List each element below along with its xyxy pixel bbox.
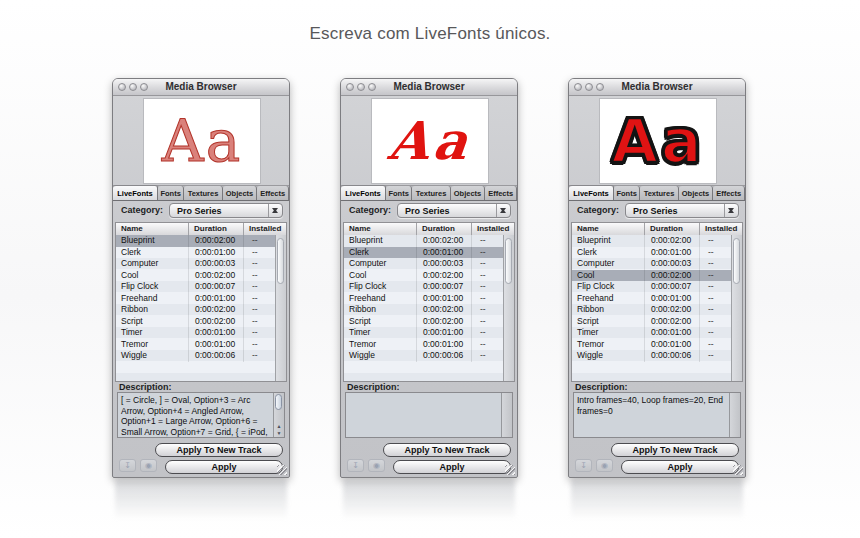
table-row[interactable]: Freehand0:00:01:00-- <box>344 293 503 305</box>
header-installed[interactable]: Installed <box>471 223 514 235</box>
category-dropdown[interactable]: Pro Series <box>169 203 283 218</box>
tab-textures[interactable]: Textures <box>184 186 223 200</box>
import-media-button[interactable]: ↧ <box>119 459 136 472</box>
tab-objects[interactable]: Objects <box>223 186 258 200</box>
table-row[interactable]: Tremor0:00:01:00-- <box>344 339 503 351</box>
apply-button[interactable]: Apply <box>165 460 283 474</box>
header-duration[interactable]: Duration <box>188 223 243 235</box>
import-media-button[interactable]: ↧ <box>347 459 364 472</box>
cell-installed: -- <box>699 270 731 282</box>
resize-grip-icon[interactable] <box>277 465 287 475</box>
apply-button[interactable]: Apply <box>621 460 739 474</box>
apply-to-new-track-button[interactable]: Apply To New Track <box>155 443 283 457</box>
table-row[interactable]: Flip Clock0:00:00:07-- <box>116 281 275 293</box>
cell-installed: -- <box>471 339 503 351</box>
tab-effects[interactable]: Effects <box>485 186 517 200</box>
table-row[interactable]: Ribbon0:00:02:00-- <box>572 304 731 316</box>
list-scroll-thumb[interactable] <box>277 238 284 284</box>
table-row[interactable]: Cool0:00:02:00-- <box>116 270 275 282</box>
resize-grip-icon[interactable] <box>733 465 743 475</box>
description-box[interactable]: ▲ ▼ <box>345 392 513 438</box>
window-titlebar[interactable]: Media Browser <box>341 79 517 96</box>
import-media-button[interactable]: ↧ <box>575 459 592 472</box>
window-titlebar[interactable]: Media Browser <box>569 79 745 96</box>
category-dropdown[interactable]: Pro Series <box>625 203 739 218</box>
header-name[interactable]: Name <box>116 223 188 235</box>
table-row[interactable]: Flip Clock0:00:00:07-- <box>572 281 731 293</box>
header-installed[interactable]: Installed <box>243 223 286 235</box>
header-name[interactable]: Name <box>344 223 416 235</box>
tab-livefonts[interactable]: LiveFonts <box>569 185 614 200</box>
header-installed[interactable]: Installed <box>699 223 742 235</box>
table-row[interactable]: Tremor0:00:01:00-- <box>116 339 275 351</box>
tab-textures[interactable]: Textures <box>412 186 451 200</box>
tab-fonts[interactable]: Fonts <box>386 186 412 200</box>
table-row[interactable]: Blueprint0:00:02:00-- <box>116 235 275 247</box>
tab-livefonts[interactable]: LiveFonts <box>113 185 158 200</box>
table-row[interactable]: Timer0:00:01:00-- <box>344 327 503 339</box>
description-box[interactable]: Intro frames=40, Loop frames=20, End fra… <box>573 392 741 438</box>
header-name[interactable]: Name <box>572 223 644 235</box>
table-row[interactable]: Script0:00:02:00-- <box>572 316 731 328</box>
apply-to-new-track-button[interactable]: Apply To New Track <box>383 443 511 457</box>
apply-to-new-track-button[interactable]: Apply To New Track <box>611 443 739 457</box>
table-row[interactable]: Tremor0:00:01:00-- <box>572 339 731 351</box>
table-row[interactable]: Flip Clock0:00:00:07-- <box>344 281 503 293</box>
description-box[interactable]: [ = Circle, ] = Oval, Option+3 = Arc Arr… <box>117 392 285 438</box>
cell-duration: 0:00:02:00 <box>644 270 699 282</box>
table-row[interactable]: Freehand0:00:01:00-- <box>572 293 731 305</box>
tab-objects[interactable]: Objects <box>451 186 486 200</box>
table-row[interactable]: Clerk0:00:01:00-- <box>572 247 731 259</box>
list-scrollbar[interactable] <box>503 235 514 381</box>
table-row[interactable]: Wiggle0:00:00:06-- <box>116 350 275 362</box>
description-scrollbar[interactable]: ▲ ▼ <box>501 393 512 437</box>
table-row[interactable]: Wiggle0:00:00:06-- <box>572 350 731 362</box>
table-row[interactable]: Ribbon0:00:02:00-- <box>116 304 275 316</box>
table-row[interactable]: Freehand0:00:01:00-- <box>116 293 275 305</box>
category-row: Category: Pro Series <box>569 201 745 221</box>
tab-fonts[interactable]: Fonts <box>614 186 640 200</box>
window-titlebar[interactable]: Media Browser <box>113 79 289 96</box>
description-scroll-arrows[interactable]: ▲ ▼ <box>274 423 284 437</box>
table-row[interactable]: Wiggle0:00:00:06-- <box>344 350 503 362</box>
tab-textures[interactable]: Textures <box>640 186 679 200</box>
description-scrollbar[interactable]: ▲ ▼ <box>273 393 284 437</box>
table-row[interactable]: Ribbon0:00:02:00-- <box>344 304 503 316</box>
resize-grip-icon[interactable] <box>505 465 515 475</box>
apply-button[interactable]: Apply <box>393 460 511 474</box>
table-row[interactable]: Blueprint0:00:02:00-- <box>572 235 731 247</box>
table-row[interactable]: Script0:00:02:00-- <box>344 316 503 328</box>
description-scroll-thumb[interactable] <box>275 394 282 410</box>
table-row[interactable]: Timer0:00:01:00-- <box>572 327 731 339</box>
scroll-down-arrow-icon[interactable]: ▼ <box>274 430 284 437</box>
tab-objects[interactable]: Objects <box>679 186 714 200</box>
table-row[interactable]: Cool0:00:02:00-- <box>344 270 503 282</box>
table-row[interactable]: Computer0:00:00:03-- <box>572 258 731 270</box>
tab-effects[interactable]: Effects <box>257 186 289 200</box>
list-scroll-thumb[interactable] <box>505 238 512 284</box>
table-row[interactable]: Cool0:00:02:00-- <box>572 270 731 282</box>
category-dropdown[interactable]: Pro Series <box>397 203 511 218</box>
list-scrollbar[interactable] <box>731 235 742 381</box>
table-row[interactable]: Computer0:00:00:03-- <box>344 258 503 270</box>
table-row[interactable]: Clerk0:00:01:00-- <box>344 247 503 259</box>
scroll-up-arrow-icon[interactable]: ▲ <box>274 423 284 430</box>
camera-button[interactable]: ◉ <box>596 459 613 472</box>
list-scrollbar[interactable] <box>275 235 286 381</box>
cell-duration: 0:00:00:06 <box>644 350 699 362</box>
tab-fonts[interactable]: Fonts <box>158 186 184 200</box>
camera-button[interactable]: ◉ <box>140 459 157 472</box>
list-scroll-thumb[interactable] <box>733 238 740 284</box>
table-row[interactable]: Script0:00:02:00-- <box>116 316 275 328</box>
cell-name: Freehand <box>344 293 416 305</box>
table-row[interactable]: Computer0:00:00:03-- <box>116 258 275 270</box>
header-duration[interactable]: Duration <box>644 223 699 235</box>
tab-effects[interactable]: Effects <box>713 186 745 200</box>
table-row[interactable]: Timer0:00:01:00-- <box>116 327 275 339</box>
tab-livefonts[interactable]: LiveFonts <box>341 185 386 200</box>
table-row[interactable]: Blueprint0:00:02:00-- <box>344 235 503 247</box>
description-scrollbar[interactable]: ▲ ▼ <box>729 393 740 437</box>
table-row[interactable]: Clerk0:00:01:00-- <box>116 247 275 259</box>
header-duration[interactable]: Duration <box>416 223 471 235</box>
camera-button[interactable]: ◉ <box>368 459 385 472</box>
